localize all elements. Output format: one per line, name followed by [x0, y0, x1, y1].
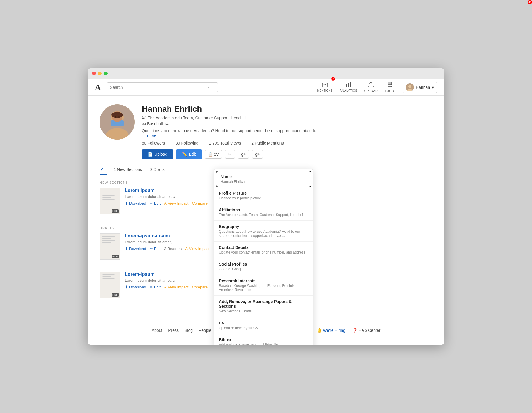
dropdown-name-subtitle: Hannah Ehrlich	[221, 180, 307, 184]
dropdown-affil-title: Affiliations	[219, 208, 308, 212]
user-avatar: 49	[406, 83, 414, 91]
edit-dropdown: Name Hannah Ehrlich Profile Picture Chan…	[214, 169, 313, 345]
edit-link-3[interactable]: ✏ Edit	[150, 285, 161, 289]
user-menu-button[interactable]: 49 Hannah ▾	[403, 82, 437, 93]
profile-tags: 🏷 Baseball +4	[142, 121, 432, 126]
nav-tools[interactable]: TOOLS	[385, 82, 395, 93]
dropdown-item-research[interactable]: Research Interests Baseball, George Wash…	[214, 275, 313, 296]
pdf-badge-3: PDF	[112, 293, 119, 297]
search-dropdown-arrow-icon[interactable]: ▾	[208, 85, 210, 89]
titlebar	[88, 68, 444, 79]
tab-all[interactable]: All	[100, 165, 107, 175]
gplus-social-btn[interactable]: g+	[238, 150, 249, 159]
svg-point-7	[389, 84, 391, 85]
dropdown-bio-sub: Questions about how to use Academia? Hea…	[219, 230, 308, 238]
hiring-icon: 🔔	[317, 328, 322, 333]
profile-info: Hannah Ehrlich 🏛 The Academia.edu Team, …	[142, 104, 432, 159]
minimize-btn[interactable]	[98, 72, 102, 75]
download-link-3[interactable]: ⬇ Download	[125, 285, 146, 289]
dropdown-affil-sub: The Academia.edu Team, Customer Support,…	[219, 213, 308, 217]
footer-blog[interactable]: Blog	[185, 328, 193, 333]
stat-separator-2: |	[203, 141, 204, 145]
upload-button[interactable]: 📄 Upload	[142, 149, 173, 159]
nav-upload[interactable]: UPLOAD	[364, 82, 378, 93]
dropdown-item-social[interactable]: Social Profiles Google, Google	[214, 258, 313, 275]
footer-press[interactable]: Press	[168, 328, 179, 333]
thumb-line	[102, 276, 111, 277]
dropdown-item-bibtex[interactable]: Bibtex Add multiple papers using a bibte…	[214, 334, 313, 345]
dropdown-research-title: Research Interests	[219, 278, 308, 283]
footer-about[interactable]: About	[152, 328, 163, 333]
paper-thumb-2: PDF	[100, 233, 120, 260]
view-impact-link-2[interactable]: A View Impact	[185, 247, 209, 251]
dropdown-name-title: Name	[221, 174, 307, 179]
profile-actions: 📄 Upload ✏️ Edit 📋 CV ✉ g+ g+	[142, 149, 432, 159]
svg-point-10	[389, 86, 391, 87]
gplus2-social-btn[interactable]: g+	[252, 150, 263, 159]
footer-hiring[interactable]: 🔔 We're Hiring!	[317, 328, 347, 333]
svg-point-6	[388, 84, 389, 85]
edit-btn-icon: ✏️	[182, 152, 187, 157]
analytics-icon	[345, 82, 351, 89]
compare-link-1[interactable]: Compare	[192, 201, 207, 205]
footer-people[interactable]: People	[199, 328, 212, 333]
dropdown-item-cv[interactable]: CV Upload or delete your CV	[214, 317, 313, 334]
thumb-line	[102, 236, 115, 237]
thumb-line	[102, 281, 111, 281]
download-link-2[interactable]: ⬇ Download	[125, 247, 146, 251]
user-name-label: Hannah	[416, 85, 430, 90]
view-impact-link-3[interactable]: A View Impact	[164, 285, 188, 289]
thumb-line	[102, 238, 111, 239]
thumb-line	[102, 191, 115, 191]
public-mentions-stat: 2 Public Mentions	[251, 141, 284, 145]
edit-link-1[interactable]: ✏ Edit	[150, 201, 161, 205]
following-stat: 39 Following	[175, 141, 199, 145]
tab-new-sections[interactable]: 1 New Sections	[112, 165, 143, 175]
dropdown-item-add-remove[interactable]: Add, Remove, or Rearrange Papers & Secti…	[214, 296, 313, 317]
email-social-btn[interactable]: ✉	[225, 150, 235, 159]
cv-button[interactable]: 📋 CV	[205, 150, 222, 159]
affiliation-icon: 🏛	[142, 115, 146, 120]
cv-icon: 📋	[208, 152, 213, 157]
paper-thumb-1: PDF	[100, 188, 120, 214]
readers-count-2: 3 Readers	[164, 247, 182, 251]
nav-mentions[interactable]: MENTIONS ●	[317, 82, 333, 92]
profile-header: Hannah Ehrlich 🏛 The Academia.edu Team, …	[100, 104, 432, 159]
dropdown-item-biography[interactable]: Biography Questions about how to use Aca…	[214, 221, 313, 242]
svg-point-3	[388, 82, 389, 84]
maximize-btn[interactable]	[104, 72, 108, 75]
thumb-line	[102, 240, 115, 241]
close-btn[interactable]	[92, 72, 96, 75]
dropdown-contact-sub: Update your contact email, phone number,…	[219, 250, 308, 254]
compare-link-3[interactable]: Compare	[192, 285, 207, 289]
edit-link-2[interactable]: ✏ Edit	[150, 247, 161, 251]
svg-point-20	[111, 112, 123, 118]
search-input[interactable]	[107, 82, 218, 92]
thumb-line	[102, 197, 111, 198]
nav-analytics[interactable]: ANALYTICS	[340, 82, 357, 92]
mentions-label: MENTIONS	[317, 89, 333, 92]
affiliation-text: The Academia.edu Team, Customer Support,…	[148, 115, 246, 120]
dropdown-contact-title: Contact Details	[219, 245, 308, 250]
view-impact-link-1[interactable]: A View Impact	[164, 201, 188, 205]
logo: A	[95, 83, 101, 92]
dropdown-bio-title: Biography	[219, 224, 308, 229]
dropdown-item-name[interactable]: Name Hannah Ehrlich	[216, 171, 311, 187]
tab-drafts[interactable]: 2 Drafts	[149, 165, 166, 175]
dropdown-item-affiliations[interactable]: Affiliations The Academia.edu Team, Cust…	[214, 204, 313, 221]
dropdown-item-profile-picture[interactable]: Profile Picture Change your profile pict…	[214, 187, 313, 204]
edit-button[interactable]: ✏️ Edit	[176, 149, 202, 159]
dropdown-item-contact[interactable]: Contact Details Update your contact emai…	[214, 242, 313, 258]
tools-label: TOOLS	[385, 89, 395, 93]
thumb-lines-1	[102, 191, 117, 200]
nav-items: MENTIONS ● ANALYTICS UPLOAD TOOLS	[317, 82, 437, 93]
main-content: Hannah Ehrlich 🏛 The Academia.edu Team, …	[88, 96, 444, 322]
svg-point-4	[389, 82, 391, 84]
profile-affiliation: 🏛 The Academia.edu Team, Customer Suppor…	[142, 115, 432, 120]
search-wrap: ▾	[107, 82, 218, 92]
analytics-label: ANALYTICS	[340, 89, 357, 92]
bio-more-link[interactable]: more	[147, 133, 156, 138]
thumb-line	[102, 193, 111, 193]
download-link-1[interactable]: ⬇ Download	[125, 201, 146, 205]
footer-help-center[interactable]: ❓ Help Center	[352, 328, 381, 333]
